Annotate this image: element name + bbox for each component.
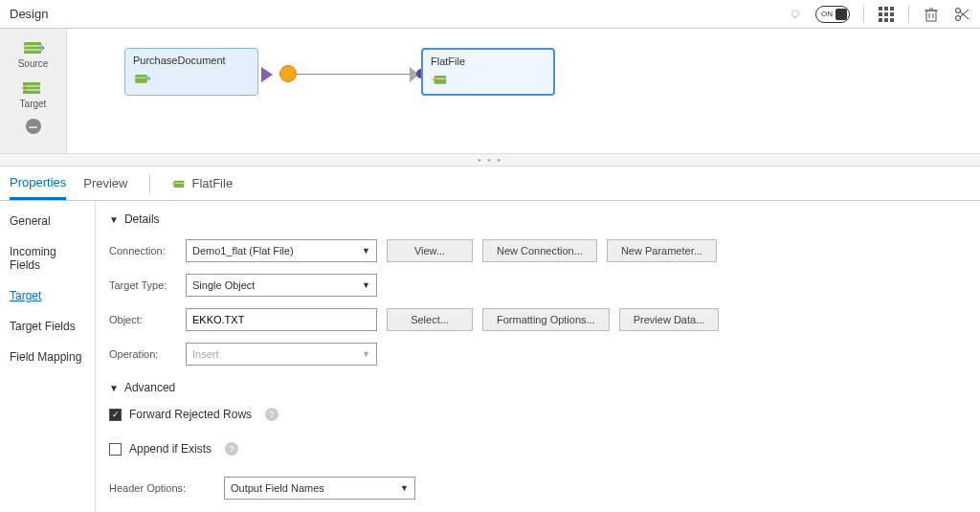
chevron-down-icon: ▼ bbox=[400, 483, 409, 493]
properties-sidenav: General Incoming Fields Target Target Fi… bbox=[0, 201, 96, 512]
connection-label: Connection: bbox=[109, 245, 186, 256]
object-label: Object: bbox=[109, 314, 186, 325]
mapping-canvas[interactable]: PurchaseDocument FlatFile bbox=[67, 29, 980, 153]
operation-label: Operation: bbox=[109, 348, 186, 360]
help-icon[interactable]: ? bbox=[225, 442, 238, 456]
preview-data-button[interactable]: Preview Data... bbox=[619, 308, 720, 331]
overview-toggle[interactable]: ON bbox=[815, 6, 850, 23]
svg-rect-10 bbox=[890, 18, 894, 22]
chevron-down-icon: ▼ bbox=[362, 246, 370, 256]
flow-connector bbox=[297, 74, 410, 75]
trash-icon[interactable] bbox=[923, 6, 940, 23]
svg-rect-8 bbox=[879, 18, 882, 22]
nav-target[interactable]: Target bbox=[10, 289, 85, 302]
svg-point-17 bbox=[956, 15, 961, 20]
page-title: Design bbox=[10, 7, 48, 21]
palette-target[interactable]: Target bbox=[20, 78, 47, 109]
forward-rejected-label: Forward Rejected Rows bbox=[129, 408, 252, 421]
target-node[interactable]: FlatFile bbox=[421, 48, 555, 96]
chevron-down-icon: ▼ bbox=[109, 214, 119, 225]
source-node[interactable]: PurchaseDocument bbox=[124, 48, 258, 96]
new-parameter-button[interactable]: New Parameter... bbox=[607, 239, 717, 262]
scissors-icon[interactable] bbox=[953, 6, 970, 23]
svg-rect-4 bbox=[890, 7, 894, 11]
panel-drag-handle[interactable]: • • • bbox=[0, 153, 980, 167]
chevron-down-icon: ▼ bbox=[109, 383, 119, 393]
svg-rect-5 bbox=[879, 12, 882, 16]
tab-context[interactable]: FlatFile bbox=[171, 168, 234, 198]
operation-select: Insert ▼ bbox=[186, 343, 377, 366]
lightbulb-icon[interactable] bbox=[789, 8, 802, 21]
svg-point-0 bbox=[792, 10, 799, 16]
help-icon[interactable]: ? bbox=[265, 408, 278, 421]
chevron-down-icon: ▼ bbox=[362, 349, 370, 359]
forward-rejected-checkbox[interactable] bbox=[109, 409, 122, 421]
svg-rect-20 bbox=[24, 42, 41, 54]
nav-incoming-fields[interactable]: Incoming Fields bbox=[10, 245, 85, 272]
select-button[interactable]: Select... bbox=[387, 308, 473, 331]
chevron-down-icon: ▼ bbox=[362, 280, 370, 290]
object-input[interactable] bbox=[186, 308, 377, 331]
nav-field-mapping[interactable]: Field Mapping bbox=[10, 350, 85, 364]
grid-icon[interactable] bbox=[878, 6, 895, 23]
palette-more[interactable]: ••• bbox=[26, 119, 41, 134]
new-connection-button[interactable]: New Connection... bbox=[482, 239, 597, 262]
section-details[interactable]: ▼ Details bbox=[109, 212, 967, 226]
svg-rect-9 bbox=[884, 18, 888, 22]
tab-properties[interactable]: Properties bbox=[10, 167, 66, 200]
nav-target-fields[interactable]: Target Fields bbox=[10, 320, 85, 333]
palette-source[interactable]: Source bbox=[18, 38, 49, 69]
svg-line-19 bbox=[960, 10, 969, 17]
nav-general[interactable]: General bbox=[10, 214, 85, 228]
expression-node[interactable] bbox=[279, 65, 297, 82]
target-type-select[interactable]: Single Object ▼ bbox=[186, 274, 377, 297]
svg-rect-3 bbox=[884, 7, 888, 11]
transformation-palette: Source Target ••• bbox=[0, 29, 67, 153]
svg-rect-30 bbox=[173, 180, 184, 187]
append-if-exists-label: Append if Exists bbox=[129, 442, 212, 456]
header-options-label: Header Options: bbox=[109, 482, 224, 494]
header-options-select[interactable]: Output Field Names ▼ bbox=[224, 477, 415, 500]
target-type-label: Target Type: bbox=[109, 279, 186, 291]
section-advanced[interactable]: ▼ Advanced bbox=[109, 381, 967, 394]
append-if-exists-checkbox[interactable] bbox=[109, 443, 122, 456]
formatting-options-button[interactable]: Formatting Options... bbox=[482, 308, 610, 331]
svg-rect-7 bbox=[890, 12, 894, 16]
svg-point-16 bbox=[956, 8, 961, 12]
connection-select[interactable]: Demo1_flat (Flat File) ▼ bbox=[186, 239, 377, 262]
view-button[interactable]: View... bbox=[387, 239, 473, 262]
svg-rect-6 bbox=[884, 12, 888, 16]
svg-line-18 bbox=[960, 11, 969, 19]
svg-rect-11 bbox=[926, 11, 936, 21]
svg-rect-2 bbox=[879, 7, 882, 11]
tab-preview[interactable]: Preview bbox=[83, 168, 127, 198]
node-output-port[interactable] bbox=[261, 67, 273, 82]
svg-rect-26 bbox=[135, 75, 146, 83]
